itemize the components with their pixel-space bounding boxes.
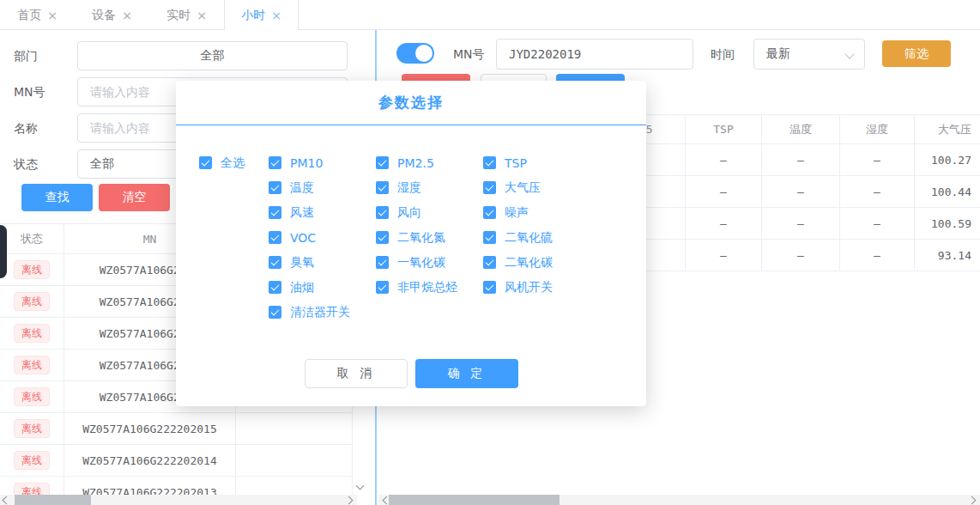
parameter-checkbox-item[interactable]: PM2.5	[376, 150, 483, 175]
checkbox-checked-icon[interactable]	[376, 256, 389, 269]
parameter-checkbox-item[interactable]: TSP	[483, 150, 603, 175]
status-cell: 离线	[0, 413, 64, 444]
dialog-title: 参数选择	[378, 93, 444, 113]
grid-spacer	[199, 300, 269, 325]
tab-2[interactable]: 设备 ×	[75, 0, 149, 30]
status-label: 状态	[14, 149, 70, 179]
dialog-header: 参数选择	[176, 81, 646, 125]
scroll-right-icon[interactable]	[968, 496, 977, 504]
data-cell: –	[761, 144, 839, 175]
scroll-down-icon[interactable]	[356, 482, 365, 490]
checkbox-checked-icon[interactable]	[376, 206, 389, 219]
tab-3[interactable]: 实时 ×	[149, 0, 224, 30]
checkbox-label: 湿度	[397, 180, 421, 196]
parameter-checkbox-item[interactable]: 一氧化碳	[376, 250, 483, 275]
checkbox-grid: 全选PM10PM2.5TSP温度湿度大气压风速风向噪声VOC二氧化氮二氧化硫臭氧…	[199, 150, 623, 325]
left-horizontal-scrollbar[interactable]	[0, 495, 357, 505]
parameter-checkbox-item[interactable]: PM10	[269, 150, 376, 175]
parameter-checkbox-item[interactable]: 二氧化碳	[483, 250, 603, 275]
data-cell: 100.59	[914, 208, 980, 239]
tab-1[interactable]: 首页 ×	[0, 0, 75, 30]
time-select[interactable]	[753, 39, 865, 70]
tab-4[interactable]: 小时 ×	[224, 0, 299, 31]
checkbox-label: 二氧化碳	[505, 255, 553, 271]
status-cell: 离线	[0, 286, 64, 317]
checkbox-checked-icon[interactable]	[376, 181, 389, 194]
parameter-checkbox-item[interactable]: 湿度	[376, 175, 483, 200]
mn-cell: WZ0577A106G222202015	[64, 413, 236, 444]
table-row[interactable]: 离线 WZ0577A106G222202014	[0, 445, 353, 477]
parameter-checkbox-item[interactable]: 油烟	[269, 275, 376, 300]
checkbox-checked-icon[interactable]	[269, 181, 281, 194]
checkbox-label: 噪声	[505, 205, 529, 221]
checkbox-checked-icon[interactable]	[483, 181, 496, 194]
checkbox-checked-icon[interactable]	[269, 156, 281, 169]
parameter-checkbox-item[interactable]: 噪声	[483, 200, 603, 225]
scroll-left-icon[interactable]	[3, 496, 11, 504]
clear-button[interactable]: 清空	[99, 184, 170, 211]
checkbox-checked-icon[interactable]	[269, 281, 281, 294]
grid-spacer	[199, 275, 269, 300]
name-label: 名称	[14, 113, 70, 143]
checkbox-checked-icon[interactable]	[269, 306, 281, 319]
parameter-checkbox-item[interactable]: VOC	[269, 225, 376, 250]
grid-spacer	[199, 250, 269, 275]
data-cell: –	[839, 208, 914, 239]
parameter-checkbox-item[interactable]: 二氧化氮	[376, 225, 483, 250]
app-window: 首页 × 设备 × 实时 × 小时 × 部门 MN号 名称 状态 查找 清空 状…	[0, 0, 980, 505]
checkbox-checked-icon[interactable]	[199, 156, 212, 169]
checkbox-label: 全选	[221, 155, 245, 171]
parameter-checkbox-item[interactable]: 大气压	[483, 175, 603, 200]
checkbox-checked-icon[interactable]	[483, 281, 496, 294]
scroll-right-icon[interactable]	[345, 496, 354, 504]
parameter-checkbox-item[interactable]: 风机开关	[483, 275, 603, 300]
search-button[interactable]: 查找	[21, 184, 93, 211]
edge-floating-widget[interactable]	[0, 225, 7, 278]
mn-toggle[interactable]	[396, 43, 434, 64]
checkbox-checked-icon[interactable]	[269, 231, 281, 244]
checkbox-label: 风机开关	[505, 280, 553, 295]
parameter-checkbox-item[interactable]: 温度	[269, 175, 376, 200]
table-row[interactable]: 离线 WZ0577A106G222202015	[0, 413, 353, 445]
checkbox-label: 风向	[397, 205, 421, 221]
data-cell: –	[761, 176, 839, 207]
scrollbar-thumb[interactable]	[389, 495, 560, 505]
parameter-dialog: 参数选择 全选PM10PM2.5TSP温度湿度大气压风速风向噪声VOC二氧化氮二…	[176, 81, 646, 406]
parameter-checkbox-item[interactable]: 风向	[376, 200, 483, 225]
status-badge: 离线	[14, 387, 50, 406]
scrollbar-thumb[interactable]	[15, 495, 91, 505]
checkbox-label: 大气压	[505, 180, 541, 196]
parameter-checkbox-item[interactable]: 全选	[199, 150, 269, 175]
confirm-button[interactable]: 确 定	[415, 359, 518, 388]
checkbox-checked-icon[interactable]	[483, 231, 496, 244]
status-badge: 离线	[14, 356, 50, 374]
checkbox-checked-icon[interactable]	[483, 156, 496, 169]
column-header: 温度	[761, 115, 839, 143]
close-icon[interactable]: ×	[122, 9, 132, 21]
right-mn-input[interactable]	[496, 39, 693, 70]
tab-label: 小时	[241, 8, 265, 23]
status-badge: 离线	[14, 324, 50, 343]
parameter-checkbox-item[interactable]: 臭氧	[269, 250, 376, 275]
data-cell: –	[839, 240, 914, 271]
checkbox-checked-icon[interactable]	[483, 256, 496, 269]
checkbox-checked-icon[interactable]	[269, 206, 281, 219]
dept-select[interactable]	[77, 41, 348, 70]
close-icon[interactable]: ×	[271, 9, 281, 21]
data-cell: –	[761, 208, 839, 239]
checkbox-checked-icon[interactable]	[376, 156, 389, 169]
right-horizontal-scrollbar[interactable]	[378, 495, 980, 505]
checkbox-checked-icon[interactable]	[376, 231, 389, 244]
parameter-checkbox-item[interactable]: 非甲烷总烃	[376, 275, 483, 300]
status-badge: 离线	[14, 292, 50, 311]
filter-button[interactable]: 筛选	[882, 40, 951, 67]
cancel-button[interactable]: 取 消	[305, 359, 408, 388]
parameter-checkbox-item[interactable]: 清洁器开关	[269, 300, 376, 325]
close-icon[interactable]: ×	[197, 9, 207, 21]
checkbox-checked-icon[interactable]	[376, 281, 389, 294]
checkbox-checked-icon[interactable]	[483, 206, 496, 219]
checkbox-checked-icon[interactable]	[269, 256, 281, 269]
parameter-checkbox-item[interactable]: 风速	[269, 200, 376, 225]
close-icon[interactable]: ×	[47, 9, 57, 21]
parameter-checkbox-item[interactable]: 二氧化硫	[483, 225, 603, 250]
